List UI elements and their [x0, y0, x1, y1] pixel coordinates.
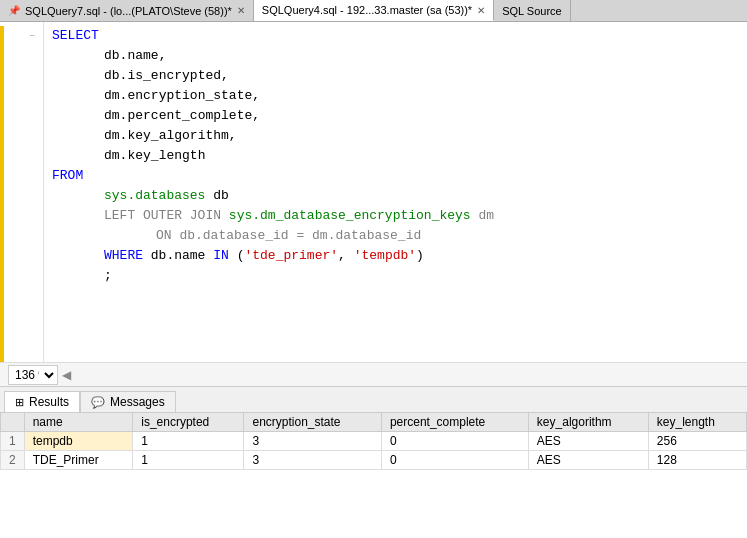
code-line-3: db.is_encrypted,	[52, 66, 739, 86]
tab-messages-label: Messages	[110, 395, 165, 409]
tab-sqlsource[interactable]: SQL Source	[494, 0, 571, 21]
code-line-7: dm.key_length	[52, 146, 739, 166]
kw-in: IN	[213, 246, 229, 266]
results-table: name is_encrypted encryption_state perce…	[0, 412, 747, 470]
results-tabs-bar: ⊞ Results 💬 Messages	[0, 386, 747, 412]
row-1-num: 1	[1, 432, 25, 451]
tab-bar: 📌 SQLQuery7.sql - (lo...(PLATO\Steve (58…	[0, 0, 747, 22]
gutter-line-8	[4, 166, 43, 186]
col-header-is-encrypted: is_encrypted	[133, 413, 244, 432]
gutter-line-3	[4, 66, 43, 86]
row-2-key-algorithm: AES	[528, 451, 648, 470]
code-line-12: WHERE db.name IN ('tde_primer', 'tempdb'…	[52, 246, 739, 266]
table-row: 2 TDE_Primer 1 3 0 AES 128	[1, 451, 747, 470]
code-line-8: FROM	[52, 166, 739, 186]
code-line-13: ;	[52, 266, 739, 286]
row-1-encryption-state: 3	[244, 432, 381, 451]
kw-from: FROM	[52, 166, 83, 186]
table-row: 1 tempdb 1 3 0 AES 256	[1, 432, 747, 451]
tab-results[interactable]: ⊞ Results	[4, 391, 80, 412]
gutter-line-2	[4, 46, 43, 66]
tab-close-icon[interactable]: ✕	[477, 5, 485, 16]
col-header-name: name	[24, 413, 133, 432]
zoom-bar: 136 % 100 % 75 % ◀	[0, 362, 747, 386]
row-2-percent-complete: 0	[381, 451, 528, 470]
gutter-line-5	[4, 106, 43, 126]
col-header-encryption-state: encryption_state	[244, 413, 381, 432]
row-1-key-length: 256	[648, 432, 746, 451]
row-1-name: tempdb	[24, 432, 133, 451]
results-panel: ⊞ Results 💬 Messages name is_encrypted e…	[0, 386, 747, 516]
code-line-1: SELECT	[52, 26, 739, 46]
row-2-encryption-state: 3	[244, 451, 381, 470]
tab-sqlquery4[interactable]: SQLQuery4.sql - 192...33.master (sa (53)…	[254, 0, 494, 21]
row-1-key-algorithm: AES	[528, 432, 648, 451]
col-header-percent-complete: percent_complete	[381, 413, 528, 432]
tab-label: SQLQuery4.sql - 192...33.master (sa (53)…	[262, 4, 472, 16]
gutter-line-10	[4, 206, 43, 226]
grid-icon: ⊞	[15, 396, 24, 409]
gutter-line-13	[4, 266, 43, 286]
col-header-rownum	[1, 413, 25, 432]
message-icon: 💬	[91, 396, 105, 409]
row-2-name: TDE_Primer	[24, 451, 133, 470]
results-table-area[interactable]: name is_encrypted encryption_state perce…	[0, 412, 747, 516]
gutter-line-4	[4, 86, 43, 106]
col-header-key-algorithm: key_algorithm	[528, 413, 648, 432]
row-1-percent-complete: 0	[381, 432, 528, 451]
tab-label: SQLQuery7.sql - (lo...(PLATO\Steve (58))…	[25, 5, 232, 17]
editor: − SELECT db.name, db.is_encrypted,	[0, 22, 747, 362]
code-line-11: ON db.database_id = dm.database_id	[52, 226, 739, 246]
results-content: name is_encrypted encryption_state perce…	[0, 412, 747, 516]
gutter-line-7	[4, 146, 43, 166]
gutter-line-1: −	[4, 26, 43, 46]
col-header-key-length: key_length	[648, 413, 746, 432]
tab-messages[interactable]: 💬 Messages	[80, 391, 176, 412]
tab-sqlquery7[interactable]: 📌 SQLQuery7.sql - (lo...(PLATO\Steve (58…	[0, 0, 254, 21]
zoom-scroll-left[interactable]: ◀	[62, 368, 71, 382]
tab-label: SQL Source	[502, 5, 562, 17]
tab-results-label: Results	[29, 395, 69, 409]
gutter: −	[4, 22, 44, 362]
code-line-5: dm.percent_complete,	[52, 106, 739, 126]
row-2-num: 2	[1, 451, 25, 470]
row-2-is-encrypted: 1	[133, 451, 244, 470]
code-line-10: LEFT OUTER JOIN sys.dm_database_encrypti…	[52, 206, 739, 226]
gutter-line-6	[4, 126, 43, 146]
row-2-key-length: 128	[648, 451, 746, 470]
kw-where: WHERE	[104, 246, 143, 266]
gutter-line-9	[4, 186, 43, 206]
kw-select: SELECT	[52, 26, 99, 46]
code-line-9: sys.databases db	[52, 186, 739, 206]
gutter-line-12	[4, 246, 43, 266]
code-area[interactable]: SELECT db.name, db.is_encrypted, dm.encr…	[44, 22, 747, 362]
code-line-2: db.name,	[52, 46, 739, 66]
gutter-line-11	[4, 226, 43, 246]
code-line-6: dm.key_algorithm,	[52, 126, 739, 146]
collapse-icon[interactable]: −	[29, 31, 35, 42]
tab-close-icon[interactable]: ✕	[237, 5, 245, 16]
code-line-4: dm.encryption_state,	[52, 86, 739, 106]
zoom-select[interactable]: 136 % 100 % 75 %	[8, 365, 58, 385]
row-1-is-encrypted: 1	[133, 432, 244, 451]
tab-pin-icon: 📌	[8, 5, 20, 16]
